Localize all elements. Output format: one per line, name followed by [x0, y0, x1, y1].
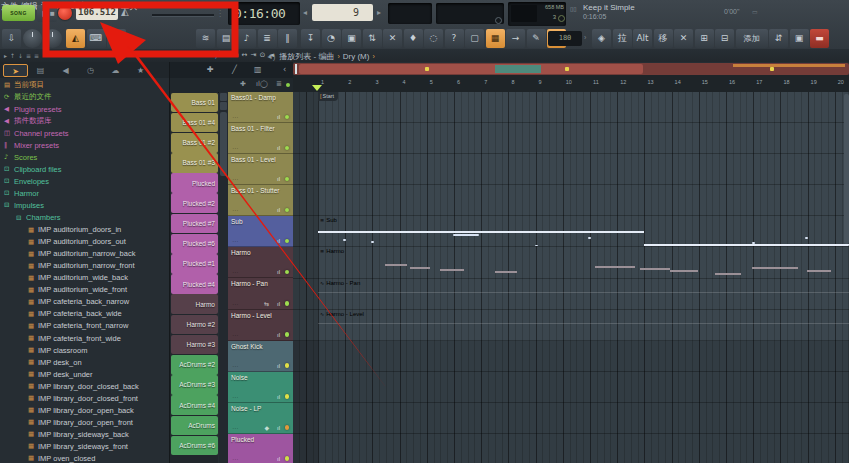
start-marker[interactable]: [Start	[318, 92, 338, 101]
browser-item[interactable]: ▦ IMP cafeteria_back_narrow	[0, 296, 169, 308]
tool-button[interactable]: ◌	[424, 29, 443, 48]
track-header[interactable]: Ghost Kick ⋯ ıl	[228, 341, 293, 372]
track-options-dots[interactable]: ⋯	[232, 362, 238, 369]
edit-button[interactable]: 拉	[613, 29, 632, 48]
track-mute-led[interactable]	[285, 301, 290, 306]
hscroll-thumb[interactable]	[299, 64, 643, 74]
browser-item[interactable]: ♪ Scores	[0, 151, 169, 163]
toolbar-button[interactable]: ⇩	[2, 29, 21, 48]
browser-item[interactable]: ⊡ Envelopes	[0, 175, 169, 187]
edit-button[interactable]: ▣	[790, 29, 809, 48]
browser-item[interactable]: ▦ IMP auditorium_wide_front	[0, 284, 169, 296]
browser-item[interactable]: ▦ IMP library_sideways_back	[0, 428, 169, 440]
tool-button[interactable]: ▣	[342, 29, 361, 48]
scrollbar-thumb[interactable]	[220, 112, 227, 176]
pattern-chip[interactable]: AcDrums #6	[171, 436, 218, 456]
browser-item[interactable]: ▦ IMP auditorium_doors_out	[0, 236, 169, 248]
pattern-chip[interactable]: Plucked #6	[171, 234, 218, 254]
playlist-tool-icon[interactable]: ∩	[195, 51, 204, 59]
shuffle-slider[interactable]	[152, 14, 214, 16]
browser-tab[interactable]: ◷	[78, 64, 103, 77]
window-toggle-button[interactable]: ♪	[237, 29, 256, 48]
mini-icon[interactable]: ▸	[4, 52, 7, 59]
edit-button[interactable]: ◈	[592, 29, 611, 48]
browser-item[interactable]: ▦ IMP cafeteria_front_narrow	[0, 320, 169, 332]
browser-item[interactable]: ▦ IMP cafeteria_front_wide	[0, 332, 169, 344]
toolbar-button[interactable]	[23, 29, 42, 48]
browser-item[interactable]: ◫ Channel presets	[0, 127, 169, 139]
pattern-chip[interactable]: AcDrums #3	[171, 375, 218, 395]
time-display[interactable]: 0:16:00	[228, 2, 300, 25]
tool-button[interactable]: ⇅	[363, 29, 382, 48]
playlist-hscrollbar[interactable]	[293, 63, 849, 75]
browser-item[interactable]: ▦ IMP oven_closed	[0, 452, 169, 463]
track-mute-led[interactable]	[285, 115, 290, 120]
pattern-chip[interactable]: AcDrums #4	[171, 395, 218, 415]
playhead-marker[interactable]	[312, 85, 322, 91]
track-options-dots[interactable]: ⋯	[232, 424, 238, 431]
browser-item[interactable]: ▦ IMP auditorium_doors_in	[0, 224, 169, 236]
track-options-dots[interactable]: ⋯	[232, 237, 238, 244]
browser-item[interactable]: ⟳ 最近的文件	[0, 91, 169, 103]
add-icon[interactable]: ✚	[207, 65, 214, 74]
edit-button[interactable]: ⊞	[695, 29, 714, 48]
pattern-selector[interactable]: 9	[312, 4, 373, 21]
track-mute-led[interactable]	[285, 270, 290, 275]
song-mode-toggle[interactable]: SONG	[2, 5, 35, 21]
clip-sub[interactable]: ≡Sub	[318, 216, 849, 246]
record-option-button[interactable]: ◭	[66, 29, 85, 48]
pattern-next-arrow[interactable]: ▸	[377, 8, 381, 17]
tool-button[interactable]: ♦	[404, 29, 423, 48]
pattern-chip[interactable]: Plucked #2	[171, 193, 218, 213]
record-option-button[interactable]: ⌨	[87, 29, 106, 48]
playlist-tool-icon[interactable]: ✎	[204, 51, 213, 59]
track-options-dots[interactable]: ⋯	[232, 331, 238, 338]
playlist-tool-icon[interactable]: ◄	[231, 51, 240, 59]
grid-icon[interactable]: ▥	[254, 65, 262, 74]
track-options-dots[interactable]: ⋯	[232, 393, 238, 400]
track-mute-led[interactable]	[285, 456, 290, 461]
clip-harmo-pan[interactable]: ∿Harmo - Pan	[318, 279, 849, 309]
clip-harmo[interactable]: ≡Harmo	[318, 247, 849, 277]
picker-scrollbar[interactable]	[219, 92, 228, 463]
pattern-chip[interactable]: Bass 01	[171, 93, 218, 113]
track-header[interactable]: Bass 01 - Filter ⋯ ıl	[228, 123, 293, 154]
pattern-chip[interactable]: Plucked	[171, 173, 218, 193]
edit-button[interactable]: Alt	[633, 29, 652, 48]
browser-item[interactable]: ▦ IMP desk_under	[0, 368, 169, 380]
track-header[interactable]: Harmo - Level ⋯ ıl	[228, 310, 293, 341]
edit-button[interactable]: ⇵	[769, 29, 788, 48]
edit-button[interactable]: 移	[654, 29, 673, 48]
playlist-tool-icon[interactable]: ⇥	[249, 51, 258, 59]
browser-item[interactable]: ▦ IMP auditorium_narrow_back	[0, 248, 169, 260]
playlist-vscrollbar[interactable]	[844, 94, 849, 244]
track-header[interactable]: Bass 01 - Stutter ⋯ ıl	[228, 185, 293, 216]
browser-item[interactable]: ▦ IMP cafeteria_back_wide	[0, 308, 169, 320]
track-mute-led[interactable]	[285, 146, 290, 151]
browser-tab[interactable]: ➤	[3, 64, 28, 77]
track-options-dots[interactable]: ⋯	[232, 144, 238, 151]
slide-icon[interactable]: ╱	[232, 65, 237, 74]
octave-display[interactable]: 180	[548, 31, 582, 46]
record-button[interactable]	[58, 6, 72, 20]
mini-icon[interactable]: ↑	[10, 52, 15, 59]
metronome-icon[interactable]: ◭	[121, 6, 129, 17]
breadcrumb[interactable]: ◄)播放列表 - 编曲›Dry (M)›	[266, 51, 378, 62]
track-mute-led[interactable]	[285, 363, 290, 368]
track-header[interactable]: Noise ⋯ ıl	[228, 372, 293, 403]
playlist-tool-icon[interactable]: ◦	[186, 51, 195, 59]
track-mute-led[interactable]	[285, 239, 290, 244]
browser-item[interactable]: ▦ IMP classroom	[0, 344, 169, 356]
browser-item[interactable]: ⊡ Clipboard files	[0, 163, 169, 175]
pattern-chip[interactable]: Bass 01 #3	[171, 153, 218, 173]
record-option-button[interactable]: ³²¹	[107, 29, 126, 48]
scroll-left-icon[interactable]: ‹	[283, 65, 286, 74]
playlist-grid[interactable]: ≡Sub ≡Harmo ∿Harmo - Pan ∿Harmo - Level …	[293, 92, 849, 463]
track-options-dots[interactable]: ⋯	[232, 268, 238, 275]
menu-lines-icon[interactable]: ≣	[276, 80, 282, 88]
browser-item[interactable]: ⊟ Impulses	[0, 199, 169, 211]
track-header[interactable]: Harmo - Pan ⋯ ⇆ ıl	[228, 278, 293, 309]
browser-item[interactable]: ◀ Plugin presets	[0, 103, 169, 115]
playlist-tool-icon[interactable]: ╱	[213, 51, 222, 59]
browser-item[interactable]: ▦ IMP desk_on	[0, 356, 169, 368]
